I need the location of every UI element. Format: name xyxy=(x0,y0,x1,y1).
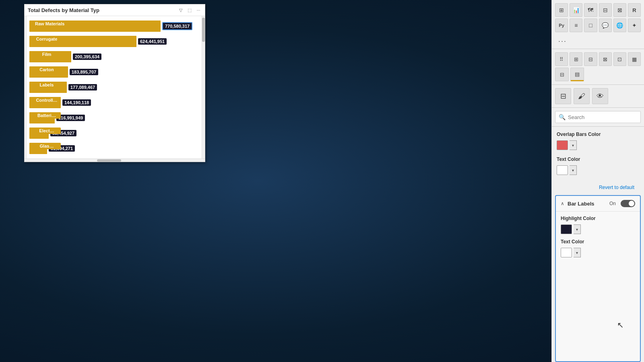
chart-panel: Total Defects by Material Typ ▽ ⬚ ··· Ra… xyxy=(24,4,205,162)
expand-icon[interactable]: ⬚ xyxy=(186,7,193,13)
globe-icon[interactable]: 🌐 xyxy=(613,19,626,32)
more-options-icon[interactable]: ··· xyxy=(195,7,202,13)
filter-icon[interactable]: ▽ xyxy=(178,7,184,13)
grid2-icon[interactable]: ⊟ xyxy=(599,3,612,17)
text-color-1-swatch[interactable] xyxy=(557,165,568,175)
chart-hscroll[interactable] xyxy=(25,158,205,162)
highlight-color-picker: ▾ xyxy=(561,224,635,234)
bar-container: Film 200,395,634 xyxy=(29,51,199,62)
bar-labels-title: Bar Labels xyxy=(568,201,606,207)
speech-bubble-icon[interactable]: 💬 xyxy=(599,19,612,32)
bar-labels-section: ∧ Bar Labels On Highlight Color ▾ Text C… xyxy=(555,195,641,362)
chart-bar-icon[interactable]: 📊 xyxy=(570,3,582,17)
r-icon[interactable]: R xyxy=(628,3,641,17)
lines-icon[interactable]: ≡ xyxy=(570,19,582,32)
icon-grid-section: ⠿ ⊞ ⊟ ⊠ ⊡ ▦ ⊟ ▤ xyxy=(552,49,644,85)
table-icon[interactable]: ⊞ xyxy=(555,3,568,17)
bar-labels-toggle[interactable] xyxy=(621,200,635,207)
matrix-icon[interactable]: ⊠ xyxy=(613,3,626,17)
large-icons-row: ⊟ 🖌 👁 xyxy=(552,85,644,108)
highlight-color-swatch[interactable] xyxy=(561,224,572,234)
eye-icon[interactable]: 👁 xyxy=(592,88,608,104)
text-color-1-dropdown[interactable]: ▾ xyxy=(570,165,577,175)
bar-labels-text-color-swatch[interactable] xyxy=(561,248,572,257)
bar-labels-body: Highlight Color ▾ Text Color ▾ xyxy=(556,212,640,261)
search-box[interactable]: 🔍 xyxy=(555,111,641,123)
bar-container: Labels 177,089,467 xyxy=(29,82,199,93)
text-color-1-label: Text Color xyxy=(557,156,639,162)
chart-scrollbar-right[interactable] xyxy=(202,16,205,158)
grid-row-1: ⠿ ⊞ ⊟ ⊠ ⊡ ▦ xyxy=(555,52,641,66)
bar-label: Film xyxy=(33,51,61,58)
hscroll-thumb xyxy=(97,159,121,162)
overlap-bars-color-section: Overlap Bars Color ▾ xyxy=(552,127,644,155)
bar-labels-text-color-label: Text Color xyxy=(561,239,635,245)
overlap-bars-color-picker: ▾ xyxy=(557,140,639,150)
bar-container: Batteri… 116,991,949 xyxy=(29,112,199,123)
bar-container: Raw Materials 770,580,317 xyxy=(29,21,199,32)
text-color-1-picker: ▾ xyxy=(557,165,639,175)
bar-label: Controll… xyxy=(33,97,61,103)
search-icon: 🔍 xyxy=(559,114,566,120)
bar-labels-toggle-thumb xyxy=(629,201,634,206)
bar-label: Corrugate xyxy=(33,36,61,42)
search-section: 🔍 xyxy=(552,108,644,127)
grid-halves-icon[interactable]: ⊟ xyxy=(584,52,597,66)
chart-bar-row: Glas… 81,694,271 xyxy=(25,141,205,156)
more-dots: ... xyxy=(555,34,641,45)
bar-labels-text-color-dropdown[interactable]: ▾ xyxy=(574,248,581,257)
bar-label: Raw Materials xyxy=(33,21,67,27)
bar-labels-chevron-icon[interactable]: ∧ xyxy=(561,201,564,206)
bar-value: 200,395,634 xyxy=(73,53,101,60)
bar-container: Carton 183,895,707 xyxy=(29,66,199,78)
grid-x-icon[interactable]: ⊠ xyxy=(599,52,612,66)
chart-body: Raw Materials 770,580,317 Corrugate 624,… xyxy=(25,16,205,158)
chart-bar-row: Corrugate 624,441,951 xyxy=(25,34,205,49)
bars-container: Raw Materials 770,580,317 Corrugate 624,… xyxy=(25,19,205,156)
bar-container: Glas… 81,694,271 xyxy=(29,143,199,154)
grid-row-2: ⊟ ▤ xyxy=(555,68,641,81)
grid-full-icon[interactable]: ▦ xyxy=(628,52,641,66)
powerpoint-icon[interactable]: □ xyxy=(584,19,597,32)
bar-labels-toggle-label: On xyxy=(609,201,616,206)
bar-label: Labels xyxy=(33,82,61,88)
bar-label: Batteri… xyxy=(33,112,61,119)
chart-bar-row: Labels 177,089,467 xyxy=(25,80,205,95)
grid-split-icon[interactable]: ⊟ xyxy=(555,68,569,81)
grid-dot-icon[interactable]: ⊡ xyxy=(613,52,626,66)
top-icons-section: ⊞ 📊 🗺 ⊟ ⊠ R Py ≡ □ 💬 🌐 ✦ ... xyxy=(552,0,644,49)
python-icon[interactable]: Py xyxy=(555,19,568,32)
paint-brush-icon[interactable]: 🖌 xyxy=(574,88,590,104)
bar-value: 624,441,951 xyxy=(138,38,167,45)
chart-bar-row: Carton 183,895,707 xyxy=(25,64,205,80)
bar-label: Glas… xyxy=(33,143,61,149)
search-input[interactable] xyxy=(568,114,637,120)
grid-dots-icon[interactable]: ⠿ xyxy=(555,52,568,66)
bar-value: 183,895,707 xyxy=(70,69,98,75)
map-icon[interactable]: 🗺 xyxy=(584,3,597,17)
overlap-bars-color-label: Overlap Bars Color xyxy=(557,132,639,137)
chart-bar-row: Film 200,395,634 xyxy=(25,49,205,64)
large-grid-icon[interactable]: ⊟ xyxy=(555,88,571,104)
scrollbar-thumb xyxy=(202,18,205,42)
icon-row-2: Py ≡ □ 💬 🌐 ✦ xyxy=(555,19,641,32)
overlap-bars-color-dropdown[interactable]: ▾ xyxy=(570,140,577,150)
chart-bar-row: Raw Materials 770,580,317 xyxy=(25,19,205,34)
highlight-color-label: Highlight Color xyxy=(561,216,635,221)
overlap-bars-color-swatch[interactable] xyxy=(557,140,568,150)
chart-bar-row: Controll… 144,190,118 xyxy=(25,95,205,110)
grid-lines-icon[interactable]: ▤ xyxy=(570,68,584,81)
grid-blocks-icon[interactable]: ⊞ xyxy=(570,52,582,66)
bar-labels-text-color-picker: ▾ xyxy=(561,248,635,257)
chart-bar-row: Elect… 85,454,927 xyxy=(25,125,205,141)
bar-value: 144,190,118 xyxy=(62,99,91,106)
highlight-color-dropdown[interactable]: ▾ xyxy=(574,224,581,234)
bar-label: Carton xyxy=(33,66,61,73)
chart-titlebar: Total Defects by Material Typ ▽ ⬚ ··· xyxy=(25,4,205,16)
chart-title-icons: ▽ ⬚ ··· xyxy=(178,7,202,13)
bar-value: 177,089,467 xyxy=(68,84,97,90)
sparkle-icon[interactable]: ✦ xyxy=(628,19,641,32)
bar-container: Controll… 144,190,118 xyxy=(29,97,199,108)
revert-to-default-link[interactable]: Revert to default xyxy=(557,181,639,193)
bar-labels-header: ∧ Bar Labels On xyxy=(556,196,640,212)
